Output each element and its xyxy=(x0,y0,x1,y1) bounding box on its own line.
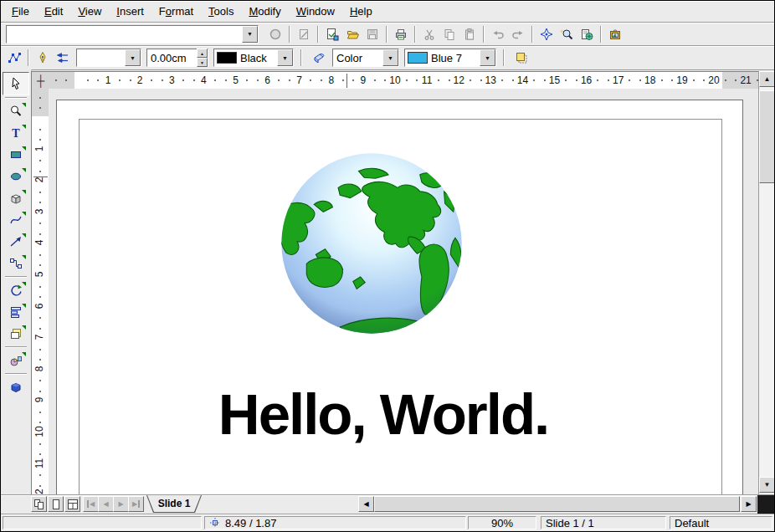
status-page-style-cell[interactable]: Default xyxy=(670,516,772,529)
paste-button[interactable] xyxy=(459,24,480,44)
line-color-swatch xyxy=(217,52,237,64)
spin-buttons[interactable]: ▲ ▼ xyxy=(197,49,208,67)
menu-format[interactable]: Format xyxy=(151,3,201,19)
edit-points-icon xyxy=(8,51,21,64)
dropdown-arrow-icon[interactable]: ▼ xyxy=(125,49,141,66)
scroll-up-button[interactable]: ▲ xyxy=(759,71,775,87)
area-dialog-button[interactable] xyxy=(309,48,329,68)
curve-tool[interactable] xyxy=(3,209,28,231)
ruler-number: 2 xyxy=(33,174,45,186)
hyperlink-button[interactable] xyxy=(577,24,597,44)
edit-points-button[interactable] xyxy=(4,48,24,68)
select-tool[interactable] xyxy=(3,72,29,95)
effects-tool[interactable] xyxy=(3,376,28,398)
last-slide-button[interactable]: ▶ xyxy=(128,496,144,512)
ruler-number: 3 xyxy=(166,74,177,86)
scroll-left-button[interactable]: ◀ xyxy=(358,496,374,512)
ruler-number: 12 xyxy=(453,74,464,86)
open-button[interactable] xyxy=(342,24,362,44)
next-slide-button[interactable]: ▶ xyxy=(113,496,129,512)
arrow-style-button[interactable] xyxy=(53,48,73,68)
scroll-right-button[interactable]: ▶ xyxy=(741,496,757,512)
dropdown-arrow-icon[interactable]: ▼ xyxy=(382,49,398,66)
gallery-button[interactable] xyxy=(605,24,625,44)
fill-style-label[interactable]: Color xyxy=(333,52,382,64)
toolbar-separator xyxy=(503,49,505,66)
dropdown-arrow-icon[interactable]: ▼ xyxy=(277,49,293,66)
line-color-select[interactable]: Black ▼ xyxy=(213,49,294,67)
rotate-tool[interactable] xyxy=(3,279,28,301)
line-width-value[interactable]: 0.00cm xyxy=(147,52,197,64)
redo-button[interactable] xyxy=(508,24,528,44)
globe-image[interactable] xyxy=(279,151,464,336)
menu-help[interactable]: Help xyxy=(342,3,380,19)
menu-window[interactable]: Window xyxy=(289,3,342,19)
menu-view[interactable]: View xyxy=(70,3,109,19)
save-button[interactable] xyxy=(362,24,382,44)
tool-group-separator xyxy=(5,276,27,278)
vertical-scrollbar[interactable]: ▲ ▼ xyxy=(758,71,775,494)
menu-tools[interactable]: Tools xyxy=(201,3,241,19)
print-button[interactable] xyxy=(391,24,411,44)
ruler-tick xyxy=(39,349,41,350)
cut-button[interactable] xyxy=(419,24,439,44)
long-click-arrow xyxy=(22,168,26,172)
spin-up-icon[interactable]: ▲ xyxy=(197,49,208,58)
ellipse-tool[interactable] xyxy=(3,166,28,187)
connector-tool[interactable] xyxy=(3,253,28,274)
horizontal-ruler[interactable]: 123456789101112131415161718192021 xyxy=(49,71,758,90)
status-slide-cell[interactable]: Slide 1 / 1 xyxy=(541,516,666,529)
horizontal-scroll-thumb[interactable] xyxy=(374,496,740,512)
3d-objects-tool[interactable] xyxy=(3,187,28,209)
drawing-view-button[interactable] xyxy=(31,496,47,512)
undo-button[interactable] xyxy=(488,24,508,44)
menu-modify[interactable]: Modify xyxy=(241,3,288,19)
copy-button[interactable] xyxy=(439,24,459,44)
alignment-tool[interactable] xyxy=(3,301,28,323)
edit-file-button[interactable] xyxy=(294,24,314,44)
ruler-number: 8 xyxy=(326,74,337,86)
line-style-select[interactable]: ▼ xyxy=(76,49,141,67)
vertical-ruler[interactable]: 123456789101112 xyxy=(31,89,50,494)
rectangle-tool[interactable] xyxy=(3,144,28,166)
shadow-button[interactable] xyxy=(511,48,531,68)
menu-insert[interactable]: Insert xyxy=(109,3,151,19)
text-tool[interactable]: T xyxy=(3,122,28,144)
zoom-tool[interactable] xyxy=(3,100,28,122)
dropdown-arrow-icon[interactable]: ▼ xyxy=(480,49,495,66)
insert-tool[interactable] xyxy=(3,350,28,371)
status-position-cell[interactable]: 8.49 / 1.87 xyxy=(204,516,466,529)
menu-edit[interactable]: Edit xyxy=(37,3,70,19)
line-color-label[interactable]: Black xyxy=(237,52,277,64)
menu-file[interactable]: File xyxy=(4,3,37,19)
layer-view-button[interactable] xyxy=(64,496,80,512)
stop-button[interactable] xyxy=(265,24,285,44)
toolbar-separator xyxy=(300,49,302,66)
fill-color-label[interactable]: Blue 7 xyxy=(428,52,480,64)
slide-title-text[interactable]: Hello, World. xyxy=(124,385,643,445)
scroll-down-button[interactable]: ▼ xyxy=(759,477,775,493)
vertical-scroll-thumb[interactable] xyxy=(759,90,775,183)
drawing-workspace[interactable]: Hello, World. xyxy=(49,89,758,494)
slide-tab[interactable]: Slide 1 xyxy=(147,495,201,512)
open-folder-icon xyxy=(346,28,359,41)
dropdown-arrow-icon[interactable]: ▼ xyxy=(242,26,258,43)
slide-page[interactable]: Hello, World. xyxy=(56,100,743,494)
lines-arrows-tool[interactable] xyxy=(3,231,28,253)
ruler-tick xyxy=(39,443,41,445)
master-view-button[interactable] xyxy=(48,496,64,512)
navigator-button[interactable] xyxy=(536,24,557,44)
first-slide-button[interactable]: ◀ xyxy=(83,496,99,512)
arrange-tool[interactable] xyxy=(3,323,28,345)
status-zoom-cell[interactable]: 90% xyxy=(468,516,536,529)
zoom-button[interactable] xyxy=(557,24,577,44)
ruler-number: 8 xyxy=(33,363,45,375)
previous-slide-button[interactable]: ◀ xyxy=(98,496,114,512)
line-dialog-button[interactable] xyxy=(33,48,53,68)
line-width-stepper[interactable]: 0.00cm ▲ ▼ xyxy=(146,49,208,67)
fill-color-select[interactable]: Blue 7 ▼ xyxy=(404,49,496,67)
url-combobox[interactable]: ▼ xyxy=(6,25,259,43)
new-document-button[interactable] xyxy=(322,24,342,44)
spin-down-icon[interactable]: ▼ xyxy=(197,58,208,67)
fill-style-select[interactable]: Color ▼ xyxy=(332,49,399,67)
